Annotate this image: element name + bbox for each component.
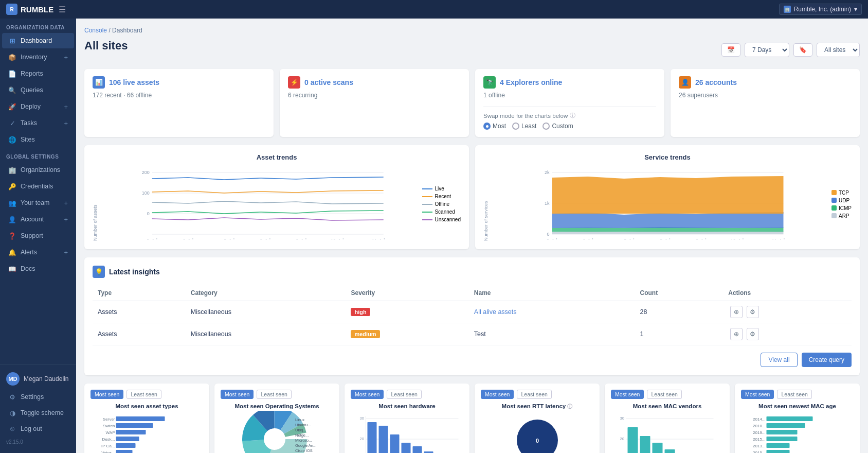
active-scans-count[interactable]: 0 active scans bbox=[304, 78, 353, 86]
sidebar-item-support[interactable]: ❓ Support bbox=[2, 228, 74, 243]
accounts-count[interactable]: 26 accounts bbox=[695, 78, 737, 86]
tab-most-seen-asset-types[interactable]: Most seen bbox=[91, 390, 123, 399]
sidebar-item-label: Log out bbox=[21, 425, 42, 432]
radio-least-label: Least bbox=[521, 123, 536, 130]
breadcrumb-sep: / bbox=[109, 27, 110, 34]
svg-text:6. Jul: 6. Jul bbox=[583, 238, 593, 239]
inventory-icon: 📦 bbox=[8, 53, 16, 61]
dashboard-icon: ⊞ bbox=[8, 37, 16, 45]
svg-text:5. Jul: 5. Jul bbox=[547, 238, 557, 239]
team-add-icon[interactable]: + bbox=[64, 199, 68, 207]
organizations-icon: 🏢 bbox=[8, 166, 16, 174]
insights-icon: 💡 bbox=[93, 266, 105, 278]
alerts-add-icon[interactable]: + bbox=[64, 249, 68, 256]
svg-text:7. Jul: 7. Jul bbox=[624, 238, 634, 239]
tab-least-seen-mac-vendors[interactable]: Least seen bbox=[647, 390, 681, 399]
sidebar-item-inventory[interactable]: 📦 Inventory + bbox=[2, 49, 74, 65]
svg-text:Desk...: Desk... bbox=[102, 437, 115, 442]
svg-rect-117 bbox=[767, 416, 813, 421]
tab-most-seen-mac-age[interactable]: Most seen bbox=[741, 390, 774, 399]
svg-text:10. Jul: 10. Jul bbox=[731, 238, 744, 239]
tab-least-seen-os[interactable]: Least seen bbox=[257, 390, 291, 399]
sidebar-item-your-team[interactable]: 👥 Your team + bbox=[2, 195, 74, 211]
sidebar-bottom: MD Megan Daudelin ⚙ Settings ◑ Toggle sc… bbox=[0, 364, 76, 453]
breadcrumb-console[interactable]: Console bbox=[84, 27, 107, 34]
row1-copy-button[interactable]: ⊕ bbox=[730, 306, 743, 318]
sidebar-item-deploy[interactable]: 🚀 Deploy + bbox=[2, 99, 74, 114]
asset-types-svg: Server Switch WAP Desk... IP Ca... Voice… bbox=[91, 413, 203, 453]
site-filter-select[interactable]: All sites bbox=[817, 43, 860, 57]
svg-rect-80 bbox=[413, 446, 422, 453]
sidebar-item-toggle-scheme[interactable]: ◑ Toggle scheme bbox=[2, 405, 74, 421]
col-actions: Actions bbox=[723, 285, 852, 301]
tab-most-seen-mac-vendors[interactable]: Most seen bbox=[611, 390, 644, 399]
svg-rect-102 bbox=[628, 427, 638, 453]
sidebar-item-queries[interactable]: 🔍 Queries bbox=[2, 82, 74, 98]
deploy-add-icon[interactable]: + bbox=[64, 103, 68, 111]
sidebar-item-dashboard[interactable]: ⊞ Dashboard bbox=[2, 33, 74, 48]
sidebar-item-settings[interactable]: ⚙ Settings bbox=[2, 389, 74, 405]
calendar-button[interactable]: 📅 bbox=[721, 43, 740, 57]
sidebar-item-organizations[interactable]: 🏢 Organizations bbox=[2, 162, 74, 178]
svg-text:100: 100 bbox=[142, 190, 150, 196]
sidebar-item-alerts[interactable]: 🔔 Alerts + bbox=[2, 245, 74, 260]
row1-settings-button[interactable]: ⚙ bbox=[747, 306, 759, 318]
tab-least-seen-rtt[interactable]: Least seen bbox=[517, 390, 551, 399]
insight-row1-link[interactable]: All alive assets bbox=[474, 308, 517, 316]
col-name: Name bbox=[469, 285, 635, 301]
account-add-icon[interactable]: + bbox=[64, 216, 68, 223]
view-all-button[interactable]: View all bbox=[761, 353, 797, 367]
tab-most-seen-os[interactable]: Most seen bbox=[221, 390, 254, 399]
active-scans-icon: ⚡ bbox=[288, 76, 300, 89]
user-profile[interactable]: MD Megan Daudelin bbox=[0, 369, 76, 389]
user-avatar: MD bbox=[6, 372, 20, 386]
bookmark-button[interactable]: 🔖 bbox=[793, 43, 812, 57]
live-assets-sub: 172 recent · 66 offline bbox=[93, 92, 265, 99]
chart-mac-vendors: Most seen Least seen Most seen MAC vendo… bbox=[605, 384, 730, 453]
sidebar-item-reports[interactable]: 📄 Reports bbox=[2, 66, 74, 81]
sidebar-item-credentials[interactable]: 🔑 Credentials bbox=[2, 179, 74, 194]
sidebar-item-label: Toggle scheme bbox=[21, 409, 64, 416]
explorers-count[interactable]: 4 Explorers online bbox=[500, 78, 562, 86]
sidebar-item-log-out[interactable]: ⎋ Log out bbox=[2, 421, 74, 437]
row2-settings-button[interactable]: ⚙ bbox=[747, 328, 759, 340]
radio-custom[interactable]: Custom bbox=[542, 123, 573, 130]
row1-severity: high bbox=[346, 301, 468, 323]
sidebar-item-docs[interactable]: 📖 Docs bbox=[2, 261, 74, 276]
sidebar-item-label: Support bbox=[21, 232, 43, 239]
asset-trends-title: Asset trends bbox=[93, 153, 461, 161]
time-range-select[interactable]: 7 Days 30 Days 90 Days bbox=[745, 43, 789, 57]
org-name: Rumble, Inc. (admin) bbox=[794, 6, 851, 13]
sidebar-item-label: Queries bbox=[21, 86, 43, 94]
insights-header: 💡 Latest insights bbox=[93, 266, 852, 278]
sidebar-item-sites[interactable]: 🌐 Sites bbox=[2, 132, 74, 147]
tab-most-seen-rtt[interactable]: Most seen bbox=[481, 390, 514, 399]
svg-rect-119 bbox=[767, 423, 805, 428]
tasks-add-icon[interactable]: + bbox=[64, 119, 68, 127]
radio-least[interactable]: Least bbox=[512, 123, 536, 130]
sidebar-item-account[interactable]: 👤 Account + bbox=[2, 212, 74, 227]
org-selector[interactable]: 🏢 Rumble, Inc. (admin) ▾ bbox=[779, 4, 862, 15]
tab-least-seen-mac-age[interactable]: Least seen bbox=[777, 390, 811, 399]
inventory-add-icon[interactable]: + bbox=[64, 54, 68, 61]
live-assets-count[interactable]: 106 live assets bbox=[109, 78, 159, 86]
svg-text:Linux: Linux bbox=[295, 417, 304, 422]
mac-vendors-svg: 30 20 10 0 VMwa... Cisco S. bbox=[611, 413, 724, 453]
svg-rect-77 bbox=[379, 426, 388, 453]
tab-most-seen-hardware[interactable]: Most seen bbox=[351, 390, 384, 399]
create-query-button[interactable]: Create query bbox=[802, 353, 852, 367]
tab-least-seen-hardware[interactable]: Least seen bbox=[387, 390, 421, 399]
row2-copy-button[interactable]: ⊕ bbox=[730, 328, 743, 340]
active-scans-sub: 6 recurring bbox=[288, 92, 461, 99]
accounts-sub: 26 superusers bbox=[679, 92, 852, 99]
mac-age-tabs: Most seen Least seen bbox=[741, 390, 854, 399]
radio-most[interactable]: Most bbox=[483, 123, 506, 130]
svg-text:Google An...: Google An... bbox=[295, 443, 316, 448]
topbar: R RUMBLE ☰ 🏢 Rumble, Inc. (admin) ▾ bbox=[0, 0, 868, 19]
tab-least-seen-asset-types[interactable]: Least seen bbox=[126, 390, 161, 399]
menu-icon[interactable]: ☰ bbox=[59, 5, 66, 14]
svg-marker-23 bbox=[552, 176, 784, 214]
asset-types-chart: Server Switch WAP Desk... IP Ca... Voice… bbox=[91, 413, 203, 453]
sidebar-item-tasks[interactable]: ✓ Tasks + bbox=[2, 115, 74, 131]
swap-mode-label: Swap mode for the charts below ⓘ bbox=[483, 112, 656, 119]
